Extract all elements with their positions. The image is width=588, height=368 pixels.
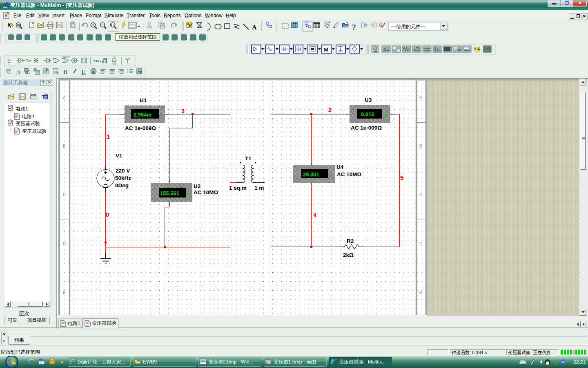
svg-text:−: −: [154, 196, 156, 201]
svg-text:+: +: [351, 107, 353, 112]
svg-text:0Deg: 0Deg: [115, 182, 129, 188]
svg-text:AC 10MΩ: AC 10MΩ: [194, 189, 218, 195]
svg-text:U3: U3: [365, 97, 372, 103]
svg-text:1 m: 1 m: [254, 185, 264, 191]
svg-text:2kΩ: 2kΩ: [343, 252, 354, 258]
svg-text:2.964m: 2.964m: [134, 112, 151, 118]
svg-text:A: A: [63, 95, 66, 100]
svg-text:e: e: [45, 94, 47, 99]
svg-text:100: 100: [17, 24, 20, 26]
svg-text:2: 2: [328, 107, 332, 113]
svg-text:e: e: [69, 358, 72, 365]
svg-text:C: C: [63, 193, 66, 197]
svg-text:MISC: MISC: [94, 59, 101, 63]
svg-text:29.351: 29.351: [303, 171, 319, 177]
svg-text:U: U: [81, 69, 86, 75]
svg-text:50kHz: 50kHz: [115, 175, 131, 181]
svg-text:+: +: [295, 167, 298, 172]
svg-text:3: 3: [181, 108, 185, 114]
svg-text:D: D: [63, 242, 66, 246]
svg-text:1 sq.m: 1 sq.m: [229, 185, 247, 191]
svg-text:V: V: [187, 192, 189, 196]
svg-text:0V: 0V: [113, 62, 116, 65]
svg-text:U4: U4: [336, 164, 344, 170]
svg-text:4: 4: [313, 212, 316, 218]
svg-text:M: M: [324, 47, 328, 53]
svg-text:AC 1e-009Ω: AC 1e-009Ω: [125, 125, 156, 131]
svg-text:155.561: 155.561: [160, 190, 179, 196]
svg-text:E: E: [419, 290, 422, 295]
svg-text:0: 0: [106, 211, 109, 218]
svg-text:T1: T1: [245, 155, 252, 162]
svg-text:+: +: [153, 186, 156, 191]
svg-text:B: B: [63, 144, 66, 148]
svg-text:5: 5: [400, 175, 403, 181]
svg-text:+: +: [126, 107, 128, 112]
svg-text:C: C: [419, 193, 422, 197]
svg-text:−: −: [160, 105, 163, 110]
svg-text:B: B: [63, 69, 67, 75]
svg-text:220 V: 220 V: [116, 168, 130, 174]
svg-text:1: 1: [107, 133, 110, 140]
svg-text:−: −: [296, 179, 298, 184]
svg-text:A: A: [91, 70, 95, 76]
svg-text:T: T: [42, 94, 45, 99]
svg-text:V: V: [329, 173, 332, 177]
svg-text:−: −: [385, 105, 388, 110]
svg-text:?: ?: [352, 23, 356, 31]
svg-text:CMOS: CMOS: [62, 56, 69, 58]
svg-text:AC 1e-009Ω: AC 1e-009Ω: [351, 125, 382, 131]
svg-text:D: D: [419, 242, 422, 246]
svg-text:»: »: [60, 359, 63, 364]
svg-text:A: A: [160, 113, 163, 117]
svg-text:A: A: [252, 24, 257, 31]
svg-text:E: E: [63, 290, 66, 295]
svg-text:U1: U1: [140, 97, 147, 103]
svg-text:---使用的元件---: ---使用的元件---: [391, 24, 425, 29]
svg-text:A: A: [419, 95, 422, 100]
svg-text:V1: V1: [116, 153, 122, 159]
svg-text:A: A: [384, 113, 387, 117]
svg-text:1.4v: 1.4v: [475, 48, 481, 51]
svg-text:R2: R2: [347, 238, 354, 244]
svg-text:e: e: [28, 358, 31, 366]
svg-text:AC 10MΩ: AC 10MΩ: [337, 171, 362, 177]
svg-text:0.015: 0.015: [361, 111, 374, 117]
svg-text:B: B: [419, 144, 422, 148]
svg-text:U2: U2: [194, 183, 200, 189]
